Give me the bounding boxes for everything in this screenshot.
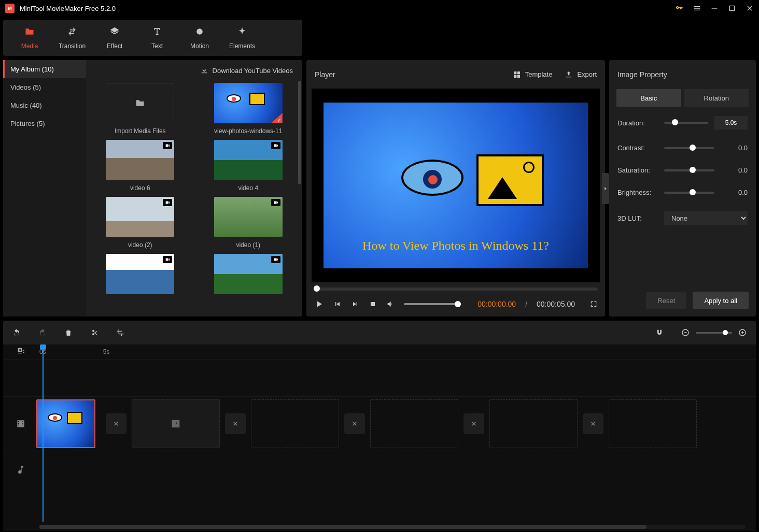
overlay-track[interactable] — [3, 359, 756, 396]
zoom-in-button[interactable] — [738, 328, 747, 337]
circle-icon — [194, 26, 205, 39]
transition-slot[interactable] — [583, 413, 603, 434]
media-item[interactable]: video 4 — [200, 140, 298, 192]
video-track[interactable] — [3, 396, 756, 451]
app-logo: M — [5, 4, 15, 13]
tab-transition[interactable]: Transition — [51, 20, 93, 56]
media-item-label: video (2) — [128, 241, 152, 249]
timeline-clip[interactable] — [36, 399, 95, 448]
transition-slot[interactable] — [106, 413, 126, 434]
template-label: Template — [525, 70, 553, 78]
media-categories: My Album (10)Videos (5)Music (40)Picture… — [3, 60, 86, 317]
properties-body: Duration:5.0sContrast:0.0Saturation:0.0B… — [609, 107, 756, 284]
prop-tab-rotation[interactable]: Rotation — [684, 89, 749, 107]
tab-elements[interactable]: Elements — [221, 20, 263, 56]
lut-select[interactable]: None — [664, 211, 748, 225]
seek-bar[interactable] — [314, 287, 598, 291]
delete-button[interactable] — [64, 328, 73, 337]
video-badge-icon — [163, 199, 172, 206]
empty-clip-slot[interactable] — [251, 399, 339, 448]
transition-slot[interactable] — [344, 413, 365, 434]
zoom-slider[interactable] — [696, 332, 732, 334]
player-panel: Player Template Export How to View Photo… — [306, 60, 605, 317]
eye-icon — [401, 160, 463, 196]
panel-expand-handle[interactable] — [602, 173, 609, 204]
empty-clip-slot[interactable] — [609, 399, 697, 448]
timeline: 0s 5s — [3, 344, 756, 531]
tab-motion[interactable]: Motion — [178, 20, 221, 56]
stop-button[interactable] — [369, 300, 377, 308]
property-value[interactable]: 5.0s — [714, 116, 748, 130]
property-slider[interactable] — [664, 169, 714, 171]
reset-button[interactable]: Reset — [646, 292, 686, 309]
properties-panel: Image Property BasicRotation Duration:5.… — [609, 60, 756, 317]
video-track-icon — [10, 419, 31, 429]
maximize-icon[interactable] — [728, 4, 736, 12]
category-item[interactable]: Videos (5) — [3, 78, 86, 96]
time-separator: / — [525, 300, 527, 308]
empty-clip-slot[interactable] — [489, 399, 578, 448]
media-item-label: video 4 — [238, 184, 258, 192]
close-icon[interactable] — [746, 4, 754, 12]
key-icon[interactable] — [675, 4, 683, 12]
tab-media[interactable]: Media — [8, 20, 51, 56]
timeline-ruler[interactable]: 0s 5s — [3, 344, 756, 359]
play-button[interactable] — [314, 299, 324, 309]
crop-button[interactable] — [116, 328, 124, 337]
menu-icon[interactable] — [693, 4, 701, 12]
media-item[interactable]: video (2) — [91, 197, 189, 249]
audio-track[interactable] — [3, 451, 756, 488]
minimize-icon[interactable] — [710, 4, 719, 12]
redo-button[interactable] — [38, 328, 47, 337]
ruler-mark: 5s — [103, 348, 110, 355]
split-button[interactable] — [90, 328, 99, 337]
media-item[interactable] — [200, 254, 298, 298]
tab-text[interactable]: Text — [136, 20, 178, 56]
transition-slot[interactable] — [463, 413, 484, 434]
next-frame-button[interactable] — [351, 300, 359, 308]
volume-slider[interactable] — [404, 303, 461, 305]
tab-label: Text — [151, 42, 163, 50]
property-row: Saturation:0.0 — [617, 166, 748, 174]
apply-all-button[interactable]: Apply to all — [693, 292, 749, 309]
property-value: 0.0 — [721, 189, 748, 196]
export-button[interactable]: Export — [565, 70, 597, 79]
property-slider[interactable] — [664, 122, 708, 124]
tab-label: Motion — [190, 42, 209, 50]
fullscreen-button[interactable] — [589, 300, 598, 308]
zoom-out-button[interactable] — [681, 328, 690, 337]
lut-row: 3D LUT:None — [617, 211, 748, 225]
video-badge-icon — [163, 256, 172, 263]
tab-effect[interactable]: Effect — [93, 20, 136, 56]
download-youtube-link[interactable]: Download YouTube Videos — [200, 66, 293, 75]
property-slider[interactable] — [664, 147, 714, 149]
media-item[interactable]: video 6 — [91, 140, 189, 192]
category-item[interactable]: Music (40) — [3, 96, 86, 114]
category-item[interactable]: Pictures (5) — [3, 114, 86, 133]
playhead[interactable] — [43, 348, 44, 522]
media-item[interactable] — [91, 254, 189, 298]
snap-button[interactable] — [655, 328, 664, 337]
add-track-button[interactable] — [17, 347, 25, 356]
timeline-toolbar — [3, 321, 756, 344]
property-label: Saturation: — [617, 166, 658, 174]
folder-icon — [24, 26, 35, 39]
empty-clip-slot[interactable] — [370, 399, 458, 448]
media-scrollbar[interactable] — [298, 81, 301, 184]
template-button[interactable]: Template — [513, 70, 553, 79]
media-item[interactable]: video (1) — [200, 197, 298, 249]
prop-tab-basic[interactable]: Basic — [616, 89, 681, 107]
undo-button[interactable] — [12, 328, 21, 337]
timeline-h-scrollbar[interactable] — [39, 525, 746, 529]
empty-clip-slot[interactable] — [132, 399, 220, 448]
volume-icon[interactable] — [386, 300, 395, 308]
media-item[interactable]: view-photos-windows-11 — [200, 83, 298, 135]
media-item[interactable]: Import Media Files — [91, 83, 189, 135]
category-item[interactable]: My Album (10) — [3, 60, 86, 78]
prev-frame-button[interactable] — [333, 300, 342, 308]
zoom-control — [681, 328, 747, 337]
app-title: MiniTool MovieMaker Free 5.2.0 — [20, 5, 670, 12]
property-slider[interactable] — [664, 192, 714, 194]
transition-slot[interactable] — [225, 413, 246, 434]
tab-label: Media — [21, 42, 38, 50]
